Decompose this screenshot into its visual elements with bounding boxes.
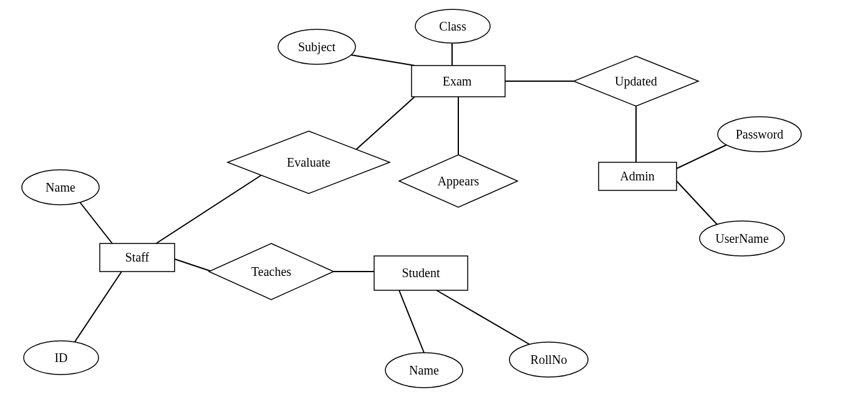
entity-exam: Exam: [443, 74, 472, 89]
er-diagram: [0, 0, 868, 417]
relationship-evaluate: Evaluate: [287, 155, 330, 170]
svg-line-1: [347, 54, 415, 66]
attribute-admin-password: Password: [736, 127, 784, 142]
entity-student: Student: [402, 266, 440, 280]
attribute-student-rollno: RollNo: [531, 353, 567, 367]
svg-line-14: [436, 290, 533, 346]
relationship-appears: Appears: [438, 174, 480, 189]
svg-line-6: [352, 97, 415, 153]
svg-line-10: [72, 272, 122, 346]
svg-line-8: [147, 175, 262, 250]
entity-admin: Admin: [620, 169, 655, 184]
attribute-admin-username: UserName: [715, 232, 769, 246]
svg-line-9: [78, 200, 112, 243]
attribute-class: Class: [439, 19, 466, 34]
relationship-teaches: Teaches: [251, 265, 291, 279]
attribute-subject: Subject: [298, 40, 335, 54]
svg-line-5: [677, 181, 720, 228]
attribute-staff-id: ID: [54, 351, 67, 365]
svg-line-11: [175, 259, 212, 272]
attribute-student-name: Name: [409, 363, 439, 378]
attribute-staff-name: Name: [46, 180, 75, 195]
entity-staff: Staff: [125, 250, 150, 265]
svg-line-13: [399, 290, 424, 353]
relationship-updated: Updated: [615, 74, 657, 89]
